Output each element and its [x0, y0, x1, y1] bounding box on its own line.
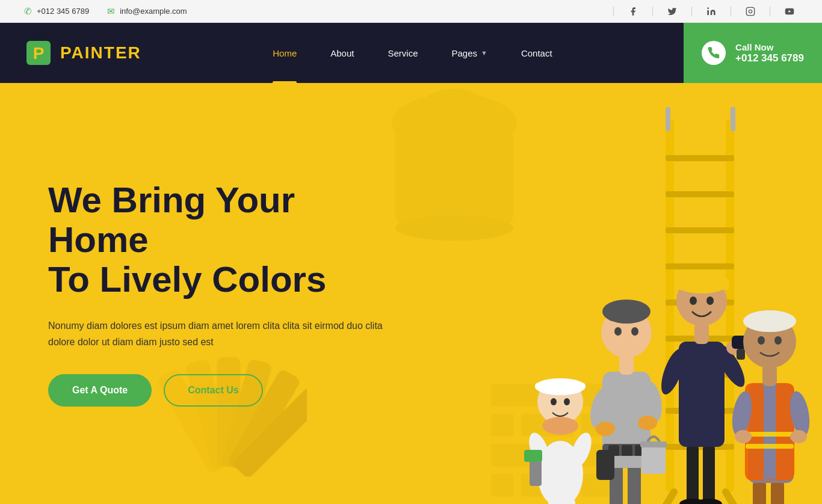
svg-rect-39	[731, 107, 735, 131]
chevron-down-icon: ▼	[481, 49, 487, 57]
divider	[770, 7, 770, 16]
svg-point-48	[564, 398, 570, 405]
svg-rect-93	[753, 480, 766, 504]
svg-point-105	[735, 430, 752, 443]
svg-point-110	[758, 336, 765, 345]
nav-links: Home About Service Pages ▼ Contact	[256, 23, 569, 83]
svg-point-47	[551, 398, 557, 405]
navbar: P PAINTER Home About Service Pages ▼ Con…	[0, 23, 822, 83]
nav-about[interactable]: About	[314, 23, 371, 83]
svg-point-68	[638, 416, 657, 430]
svg-rect-94	[771, 480, 784, 504]
svg-point-91	[690, 297, 697, 305]
svg-rect-1	[746, 7, 754, 15]
contact-us-button[interactable]: Contact Us	[164, 374, 262, 407]
svg-text:P: P	[33, 44, 45, 63]
svg-rect-80	[679, 342, 725, 447]
svg-rect-38	[666, 107, 670, 131]
facebook-icon[interactable]	[625, 3, 641, 20]
logo-text: PAINTER	[60, 43, 141, 63]
social-links	[613, 3, 798, 20]
hero-title: We Bring Your Home To Lively Colors	[48, 180, 403, 300]
svg-point-71	[602, 300, 650, 324]
linkedin-icon[interactable]	[703, 3, 720, 20]
svg-rect-62	[622, 445, 632, 456]
phone-icon: ✆	[24, 6, 32, 17]
youtube-icon[interactable]	[781, 3, 798, 20]
email-address: info@example.com	[120, 7, 187, 16]
svg-rect-76	[687, 444, 699, 504]
svg-rect-77	[703, 444, 715, 504]
svg-rect-101	[746, 432, 794, 437]
svg-rect-90	[674, 283, 729, 290]
svg-point-72	[614, 327, 622, 336]
divider	[691, 7, 692, 16]
logo[interactable]: P PAINTER	[24, 38, 141, 67]
cta-phone-number: +012 345 6789	[735, 52, 804, 64]
svg-rect-28	[666, 191, 734, 197]
svg-point-106	[790, 430, 807, 443]
svg-point-0	[707, 7, 709, 9]
svg-point-46	[542, 417, 578, 435]
instagram-icon[interactable]	[742, 3, 759, 20]
svg-point-112	[743, 310, 796, 332]
email-contact[interactable]: ✉ info@example.com	[107, 6, 187, 17]
svg-point-73	[631, 327, 638, 336]
nav-pages[interactable]: Pages ▼	[435, 23, 504, 83]
nav-home[interactable]: Home	[256, 23, 314, 83]
svg-rect-45	[535, 383, 586, 390]
divider	[731, 7, 731, 16]
svg-rect-64	[596, 450, 614, 480]
svg-rect-30	[666, 263, 734, 269]
top-bar-contacts: ✆ +012 345 6789 ✉ info@example.com	[24, 6, 187, 17]
top-bar: ✆ +012 345 6789 ✉ info@example.com	[0, 0, 822, 23]
svg-line-37	[726, 492, 740, 504]
nav-contact[interactable]: Contact	[504, 23, 569, 83]
hero-section: We Bring Your Home To Lively Colors Nonu…	[0, 83, 822, 504]
svg-rect-56	[628, 462, 641, 504]
cta-text: Call Now +012 345 6789	[735, 42, 804, 64]
cta-label: Call Now	[735, 42, 804, 52]
svg-rect-27	[666, 155, 734, 161]
twitter-icon[interactable]	[664, 3, 681, 20]
divider	[652, 7, 653, 16]
hero-content: We Bring Your Home To Lively Colors Nonu…	[0, 144, 451, 443]
nav-service[interactable]: Service	[371, 23, 434, 83]
workers-illustration	[479, 107, 816, 504]
svg-rect-86	[737, 349, 745, 360]
svg-point-92	[706, 297, 714, 305]
phone-cta-icon	[702, 41, 726, 65]
call-now-cta[interactable]: Call Now +012 345 6789	[684, 23, 822, 83]
phone-number: +012 345 6789	[37, 7, 89, 16]
svg-rect-75	[640, 441, 667, 447]
svg-line-36	[660, 492, 674, 504]
svg-point-111	[774, 336, 782, 345]
hero-subtitle: Nonumy diam dolores est ipsum diam amet …	[48, 318, 397, 350]
svg-rect-50	[524, 450, 542, 462]
phone-contact[interactable]: ✆ +012 345 6789	[24, 6, 89, 17]
svg-rect-29	[666, 227, 734, 233]
hero-image	[473, 83, 822, 504]
logo-icon: P	[24, 38, 53, 67]
email-icon: ✉	[107, 6, 115, 17]
get-quote-button[interactable]: Get A Quote	[48, 374, 152, 407]
svg-rect-102	[746, 444, 794, 449]
divider	[613, 7, 614, 16]
svg-point-67	[596, 422, 615, 436]
svg-rect-74	[641, 444, 666, 474]
hero-buttons: Get A Quote Contact Us	[48, 374, 403, 407]
svg-point-79	[696, 499, 722, 504]
